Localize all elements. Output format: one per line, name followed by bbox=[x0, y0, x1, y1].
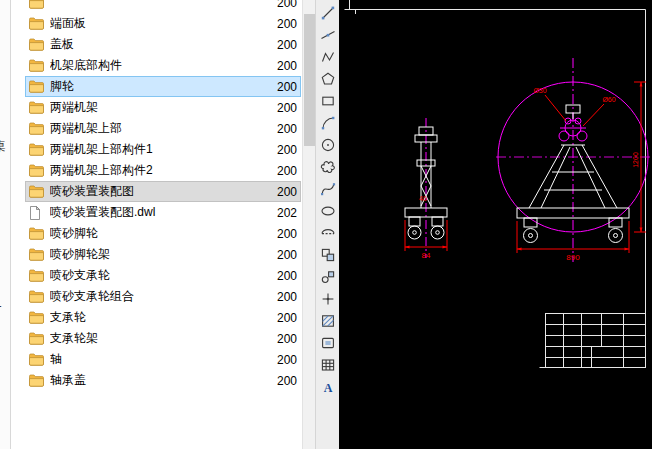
file-name: 端面板 bbox=[50, 15, 267, 32]
folder-icon bbox=[29, 38, 45, 52]
file-date: 200 bbox=[267, 311, 300, 325]
toolbar-button-spline[interactable] bbox=[316, 178, 340, 200]
list-item[interactable]: 端面板200 bbox=[11, 13, 302, 34]
list-item[interactable]: 轴承盖200 bbox=[11, 370, 302, 391]
toolbar-button-arc[interactable] bbox=[316, 112, 340, 134]
file-date: 200 bbox=[267, 227, 300, 241]
list-item[interactable]: 喷砂装置装配图200 bbox=[11, 181, 302, 202]
folder-icon bbox=[29, 311, 45, 325]
file-date: 200 bbox=[267, 374, 300, 388]
list-item[interactable]: 喷砂装置装配图.dwl202 bbox=[11, 202, 302, 223]
toolbar-button-ellipse-arc[interactable] bbox=[316, 222, 340, 244]
file-date: 200 bbox=[267, 185, 300, 199]
file-name: 喷砂支承轮组合 bbox=[50, 288, 267, 305]
line-icon bbox=[320, 5, 336, 21]
file-date: 200 bbox=[267, 101, 300, 115]
dim-wheel-diameter: 1200 bbox=[632, 152, 639, 168]
list-item[interactable]: 两端机架上部构件1200 bbox=[11, 139, 302, 160]
list-item[interactable]: 喷砂支承轮组合200 bbox=[11, 286, 302, 307]
point-icon bbox=[320, 291, 336, 307]
polyline-icon bbox=[320, 49, 336, 65]
file-date: 200 bbox=[267, 353, 300, 367]
ellipse-icon bbox=[320, 203, 336, 219]
toolbar-button-ellipse[interactable] bbox=[316, 200, 340, 222]
toolbar-button-hatch[interactable] bbox=[316, 310, 340, 332]
folder-icon bbox=[29, 248, 45, 262]
file-name: 喷砂脚轮架 bbox=[50, 246, 267, 263]
make-block-icon bbox=[320, 269, 336, 285]
toolbar-button-polygon[interactable] bbox=[316, 68, 340, 90]
folder-icon bbox=[29, 143, 45, 157]
file-date: 200 bbox=[267, 290, 300, 304]
file-name: 轴承盖 bbox=[50, 372, 267, 389]
toolbar-button-point[interactable] bbox=[316, 288, 340, 310]
toolbar-button-revision-cloud[interactable] bbox=[316, 156, 340, 178]
app-window: 桌 T 200端面板200盖板200机架底部构件200脚轮200两端机架200两… bbox=[0, 0, 652, 449]
file-date: 200 bbox=[267, 248, 300, 262]
file-date: 200 bbox=[267, 0, 300, 10]
list-item[interactable]: 脚轮200 bbox=[11, 76, 302, 97]
ellipse-arc-icon bbox=[320, 225, 336, 241]
toolbar-button-rectangle[interactable] bbox=[316, 90, 340, 112]
file-list-scrollbar[interactable] bbox=[302, 0, 316, 449]
toolbar-button-construction-line[interactable] bbox=[316, 24, 340, 46]
hatch-icon bbox=[320, 313, 336, 329]
arc-icon bbox=[320, 115, 336, 131]
file-name: 两端机架上部 bbox=[50, 120, 267, 137]
dim-side-width: 84 bbox=[422, 251, 431, 260]
file-name: 两端机架上部构件2 bbox=[50, 162, 267, 179]
folder-icon bbox=[29, 122, 45, 136]
file-list-panel: 200端面板200盖板200机架底部构件200脚轮200两端机架200两端机架上… bbox=[11, 0, 302, 449]
title-block bbox=[546, 314, 646, 368]
toolbar-button-polyline[interactable] bbox=[316, 46, 340, 68]
clipped-text-fragment: 桌 bbox=[0, 138, 6, 155]
scrollbar-thumb[interactable] bbox=[304, 14, 315, 146]
list-item[interactable]: 喷砂脚轮架200 bbox=[11, 244, 302, 265]
file-date: 200 bbox=[267, 269, 300, 283]
file-icon bbox=[29, 206, 45, 220]
folder-icon bbox=[29, 269, 45, 283]
toolbar-button-line[interactable] bbox=[316, 2, 340, 24]
polygon-icon bbox=[320, 71, 336, 87]
file-name: 喷砂支承轮 bbox=[50, 267, 267, 284]
file-date: 200 bbox=[267, 17, 300, 31]
list-item[interactable]: 两端机架上部构件2200 bbox=[11, 160, 302, 181]
folder-icon bbox=[29, 353, 45, 367]
toolbar-button-insert-block[interactable] bbox=[316, 244, 340, 266]
insert-block-icon bbox=[320, 247, 336, 263]
svg-text:A: A bbox=[324, 381, 333, 395]
drawing-area[interactable]: 84 40 bbox=[339, 0, 652, 449]
spline-icon bbox=[320, 181, 336, 197]
construction-line-icon bbox=[320, 27, 336, 43]
list-item[interactable]: 轴200 bbox=[11, 349, 302, 370]
folder-icon bbox=[29, 0, 45, 10]
file-name: 机架底部构件 bbox=[50, 57, 267, 74]
region-icon bbox=[320, 335, 336, 351]
file-name: 支承轮 bbox=[50, 309, 267, 326]
list-item[interactable]: 200 bbox=[11, 0, 302, 13]
list-item[interactable]: 机架底部构件200 bbox=[11, 55, 302, 76]
side-view: 84 40 bbox=[405, 118, 447, 260]
list-item[interactable]: 喷砂支承轮200 bbox=[11, 265, 302, 286]
file-date: 200 bbox=[267, 143, 300, 157]
list-item[interactable]: 两端机架200 bbox=[11, 97, 302, 118]
dim-side-detail: 40 bbox=[419, 195, 427, 202]
list-item[interactable]: 两端机架上部200 bbox=[11, 118, 302, 139]
list-item[interactable]: 支承轮200 bbox=[11, 307, 302, 328]
toolbar-button-make-block[interactable] bbox=[316, 266, 340, 288]
front-view: 890 1200 Ø30 Ø60 bbox=[496, 58, 650, 262]
draw-toolbar: A bbox=[315, 0, 339, 449]
toolbar-button-table[interactable] bbox=[316, 354, 340, 376]
list-item[interactable]: 喷砂脚轮200 bbox=[11, 223, 302, 244]
dim-hub-left: Ø30 bbox=[533, 87, 546, 94]
toolbar-button-multiline-text[interactable]: A bbox=[316, 376, 340, 398]
file-date: 200 bbox=[267, 122, 300, 136]
file-date: 200 bbox=[267, 164, 300, 178]
toolbar-button-region[interactable] bbox=[316, 332, 340, 354]
file-date: 200 bbox=[267, 80, 300, 94]
toolbar-button-circle[interactable] bbox=[316, 134, 340, 156]
clipped-text-fragment: T bbox=[0, 304, 1, 318]
list-item[interactable]: 盖板200 bbox=[11, 34, 302, 55]
list-item[interactable]: 支承轮架200 bbox=[11, 328, 302, 349]
file-date: 200 bbox=[267, 38, 300, 52]
